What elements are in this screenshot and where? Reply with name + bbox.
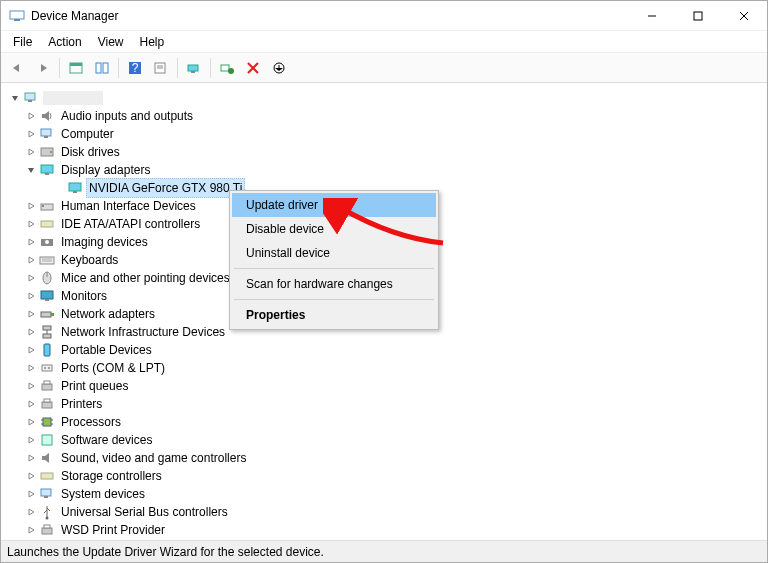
expand-icon[interactable] xyxy=(25,434,37,446)
view-button[interactable] xyxy=(90,56,114,80)
device-icon xyxy=(39,324,55,340)
expand-icon[interactable] xyxy=(25,524,37,536)
titlebar: Device Manager xyxy=(1,1,767,31)
close-button[interactable] xyxy=(721,1,767,31)
svg-rect-3 xyxy=(694,12,702,20)
tree-item[interactable]: Software devices xyxy=(59,431,154,449)
tree-item[interactable]: WSD Print Provider xyxy=(59,521,167,539)
tree-item[interactable]: Audio inputs and outputs xyxy=(59,107,195,125)
ctx-disable-device[interactable]: Disable device xyxy=(232,217,436,241)
maximize-button[interactable] xyxy=(675,1,721,31)
back-button[interactable] xyxy=(5,56,29,80)
svg-rect-57 xyxy=(43,418,51,426)
tree-item[interactable]: Computer xyxy=(59,125,116,143)
expand-icon[interactable] xyxy=(25,200,37,212)
scan-hardware-button[interactable] xyxy=(215,56,239,80)
uninstall-button[interactable] xyxy=(241,56,265,80)
tree-item[interactable]: System devices xyxy=(59,485,147,503)
expand-icon[interactable] xyxy=(25,344,37,356)
tree-item[interactable]: Imaging devices xyxy=(59,233,150,251)
menu-view[interactable]: View xyxy=(90,33,132,51)
expand-icon[interactable] xyxy=(25,218,37,230)
menu-help[interactable]: Help xyxy=(132,33,173,51)
tree-item[interactable]: Sound, video and game controllers xyxy=(59,449,248,467)
tree-item[interactable]: Print queues xyxy=(59,377,130,395)
collapse-icon[interactable] xyxy=(9,92,21,104)
svg-rect-44 xyxy=(41,312,51,317)
tree-item[interactable]: IDE ATA/ATAPI controllers xyxy=(59,215,202,233)
update-driver-button[interactable] xyxy=(182,56,206,80)
ctx-scan-hardware[interactable]: Scan for hardware changes xyxy=(232,272,436,296)
expand-icon[interactable] xyxy=(25,416,37,428)
menu-file[interactable]: File xyxy=(5,33,40,51)
svg-rect-65 xyxy=(44,496,48,498)
device-icon xyxy=(39,486,55,502)
tree-item[interactable]: Printers xyxy=(59,395,104,413)
expand-icon[interactable] xyxy=(25,326,37,338)
tree-item[interactable]: Network Infrastructure Devices xyxy=(59,323,227,341)
svg-rect-54 xyxy=(44,381,50,384)
expand-icon[interactable] xyxy=(25,236,37,248)
device-icon xyxy=(39,360,55,376)
forward-button[interactable] xyxy=(31,56,55,80)
svg-point-51 xyxy=(44,367,46,369)
help-button[interactable]: ? xyxy=(123,56,147,80)
show-hidden-button[interactable] xyxy=(64,56,88,80)
ctx-properties[interactable]: Properties xyxy=(232,303,436,327)
window-title: Device Manager xyxy=(31,9,629,23)
svg-rect-67 xyxy=(42,528,52,534)
expand-icon[interactable] xyxy=(25,506,37,518)
expand-icon[interactable] xyxy=(25,362,37,374)
expand-icon[interactable] xyxy=(25,470,37,482)
expand-icon[interactable] xyxy=(25,452,37,464)
tree-item[interactable]: Mice and other pointing devices xyxy=(59,269,232,287)
expand-icon[interactable] xyxy=(25,110,37,122)
expand-icon[interactable] xyxy=(25,398,37,410)
expand-icon[interactable] xyxy=(25,128,37,140)
menu-action[interactable]: Action xyxy=(40,33,89,51)
expand-icon[interactable] xyxy=(25,272,37,284)
svg-point-66 xyxy=(46,517,49,520)
tree-item[interactable]: Processors xyxy=(59,413,123,431)
expand-icon[interactable] xyxy=(25,254,37,266)
expand-icon[interactable] xyxy=(25,380,37,392)
tree-item[interactable]: Disk drives xyxy=(59,143,122,161)
minimize-button[interactable] xyxy=(629,1,675,31)
tree-item[interactable]: Keyboards xyxy=(59,251,120,269)
computer-icon xyxy=(23,90,39,106)
svg-rect-30 xyxy=(69,183,81,191)
ctx-update-driver[interactable]: Update driver xyxy=(232,193,436,217)
expand-icon[interactable] xyxy=(25,308,37,320)
svg-point-18 xyxy=(228,68,234,74)
toolbar-separator xyxy=(118,58,119,78)
display-adapter-icon xyxy=(39,162,55,178)
svg-rect-25 xyxy=(44,136,48,138)
tree-item[interactable]: Universal Serial Bus controllers xyxy=(59,503,230,521)
tree-item[interactable]: Human Interface Devices xyxy=(59,197,198,215)
disable-button[interactable] xyxy=(267,56,291,80)
svg-point-36 xyxy=(45,240,49,244)
tree-item[interactable]: Portable Devices xyxy=(59,341,154,359)
device-icon xyxy=(39,306,55,322)
device-icon xyxy=(39,216,55,232)
svg-rect-55 xyxy=(42,402,52,408)
tree-root[interactable] xyxy=(43,91,103,105)
device-icon xyxy=(39,270,55,286)
tree-item[interactable]: Network adapters xyxy=(59,305,157,323)
ctx-separator xyxy=(234,299,434,300)
expand-icon[interactable] xyxy=(25,290,37,302)
tree-display-adapters[interactable]: Display adapters xyxy=(59,161,152,179)
properties-button[interactable] xyxy=(149,56,173,80)
tree-item[interactable]: Storage controllers xyxy=(59,467,164,485)
svg-rect-22 xyxy=(25,93,35,100)
tree-item[interactable]: Monitors xyxy=(59,287,109,305)
tree-selected-device[interactable]: NVIDIA GeForce GTX 980 Ti xyxy=(86,178,245,198)
expand-icon[interactable] xyxy=(25,146,37,158)
expand-icon[interactable] xyxy=(25,488,37,500)
collapse-icon[interactable] xyxy=(25,164,37,176)
toolbar: ? xyxy=(1,53,767,83)
svg-rect-8 xyxy=(96,63,101,73)
svg-rect-29 xyxy=(45,173,49,175)
tree-item[interactable]: Ports (COM & LPT) xyxy=(59,359,167,377)
ctx-uninstall-device[interactable]: Uninstall device xyxy=(232,241,436,265)
